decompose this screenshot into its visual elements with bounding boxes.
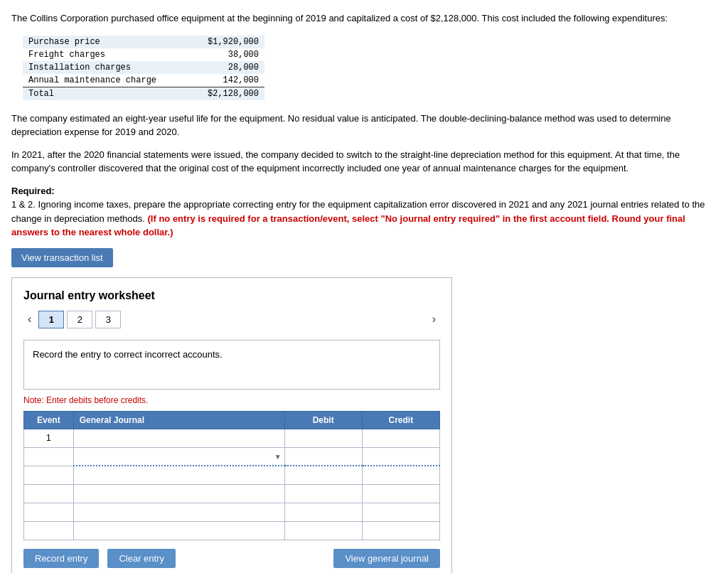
view-general-journal-button[interactable]: View general journal: [333, 549, 440, 568]
debit-cell[interactable]: [284, 521, 362, 540]
worksheet-container: Journal entry worksheet ‹ 1 2 3 › Record…: [11, 277, 452, 574]
cost-label: Purchase price: [23, 36, 183, 48]
cost-table-row: Annual maintenance charge 142,000: [23, 74, 264, 87]
intro-paragraph3: In 2021, after the 2020 financial statem…: [11, 148, 717, 176]
col-general-journal: General Journal: [73, 411, 284, 429]
tab-2-button[interactable]: 2: [67, 311, 92, 328]
debit-cell[interactable]: [284, 447, 362, 466]
credit-cell[interactable]: [362, 484, 439, 503]
note-text: Note: Enter debits before credits.: [23, 395, 440, 405]
debit-cell[interactable]: [284, 466, 362, 484]
debit-input[interactable]: [285, 522, 362, 540]
journal-cell[interactable]: [73, 429, 284, 447]
cost-table-row: Total $2,128,000: [23, 87, 264, 100]
table-row: [24, 521, 440, 540]
intro-paragraph2: The company estimated an eight-year usef…: [11, 112, 717, 139]
credit-input[interactable]: [363, 448, 439, 466]
debit-input[interactable]: [285, 448, 362, 466]
cost-table-row: Freight charges 38,000: [23, 48, 264, 61]
journal-cell[interactable]: [73, 521, 284, 540]
debit-input[interactable]: [285, 503, 362, 521]
intro-paragraph1: The Collins Corporation purchased office…: [11, 11, 717, 26]
entry-description: Record the entry to correct incorrect ac…: [23, 340, 440, 390]
cost-amount: 28,000: [183, 61, 264, 74]
credit-input[interactable]: [363, 503, 439, 521]
journal-input[interactable]: [74, 448, 284, 466]
credit-input[interactable]: [363, 522, 439, 540]
tab-navigation: ‹ 1 2 3 ›: [23, 311, 440, 328]
debit-input[interactable]: [285, 485, 362, 503]
credit-input[interactable]: [363, 485, 439, 503]
event-cell: [24, 447, 74, 466]
credit-input[interactable]: [363, 466, 439, 484]
required-label: Required:: [11, 186, 55, 196]
tab-1-button[interactable]: 1: [38, 311, 64, 328]
debit-cell[interactable]: [284, 429, 362, 447]
journal-input[interactable]: [74, 503, 284, 521]
required-section: Required: 1 & 2. Ignoring income taxes, …: [11, 184, 717, 240]
journal-cell[interactable]: [73, 447, 284, 466]
event-cell: [24, 466, 74, 484]
prev-tab-button[interactable]: ‹: [23, 311, 36, 327]
col-credit: Credit: [362, 411, 439, 429]
event-cell: [24, 503, 74, 521]
debit-input[interactable]: [285, 429, 362, 447]
table-header-row: Event General Journal Debit Credit: [24, 411, 440, 429]
button-row: Record entry Clear entry View general jo…: [23, 549, 440, 568]
journal-input[interactable]: [74, 429, 284, 447]
journal-cell[interactable]: [73, 484, 284, 503]
credit-cell[interactable]: [362, 503, 439, 521]
table-row: [24, 484, 440, 503]
journal-input[interactable]: [74, 466, 284, 484]
debit-input[interactable]: [285, 466, 362, 484]
cost-amount: $2,128,000: [183, 87, 264, 100]
credit-cell[interactable]: [362, 466, 439, 484]
cost-label: Annual maintenance charge: [23, 74, 183, 87]
journal-input[interactable]: [74, 485, 284, 503]
cost-table: Purchase price $1,920,000 Freight charge…: [23, 36, 264, 100]
event-cell: 1: [24, 429, 74, 447]
table-row: [24, 503, 440, 521]
table-row: 1: [24, 429, 440, 447]
cost-table-row: Purchase price $1,920,000: [23, 36, 264, 48]
record-entry-button[interactable]: Record entry: [23, 549, 99, 568]
clear-entry-button[interactable]: Clear entry: [107, 549, 176, 568]
cost-amount: 142,000: [183, 74, 264, 87]
credit-input[interactable]: [363, 429, 439, 447]
tab-3-button[interactable]: 3: [95, 311, 121, 328]
credit-cell[interactable]: [362, 447, 439, 466]
debit-cell[interactable]: [284, 484, 362, 503]
journal-cell[interactable]: [73, 503, 284, 521]
next-tab-button[interactable]: ›: [428, 311, 440, 327]
debit-cell[interactable]: [284, 503, 362, 521]
event-cell: [24, 521, 74, 540]
cost-label: Total: [23, 87, 183, 100]
cost-label: Installation charges: [23, 61, 183, 74]
table-row: [24, 466, 440, 484]
cost-table-row: Installation charges 28,000: [23, 61, 264, 74]
credit-cell[interactable]: [362, 521, 439, 540]
credit-cell[interactable]: [362, 429, 439, 447]
worksheet-title: Journal entry worksheet: [23, 289, 440, 302]
journal-cell[interactable]: [73, 466, 284, 484]
table-row: [24, 447, 440, 466]
cost-label: Freight charges: [23, 48, 183, 61]
col-event: Event: [24, 411, 74, 429]
cost-amount: 38,000: [183, 48, 264, 61]
journal-table: Event General Journal Debit Credit 1: [23, 411, 440, 540]
cost-amount: $1,920,000: [183, 36, 264, 48]
view-transaction-button[interactable]: View transaction list: [11, 248, 113, 267]
col-debit: Debit: [284, 411, 362, 429]
journal-input[interactable]: [74, 522, 284, 540]
event-cell: [24, 484, 74, 503]
